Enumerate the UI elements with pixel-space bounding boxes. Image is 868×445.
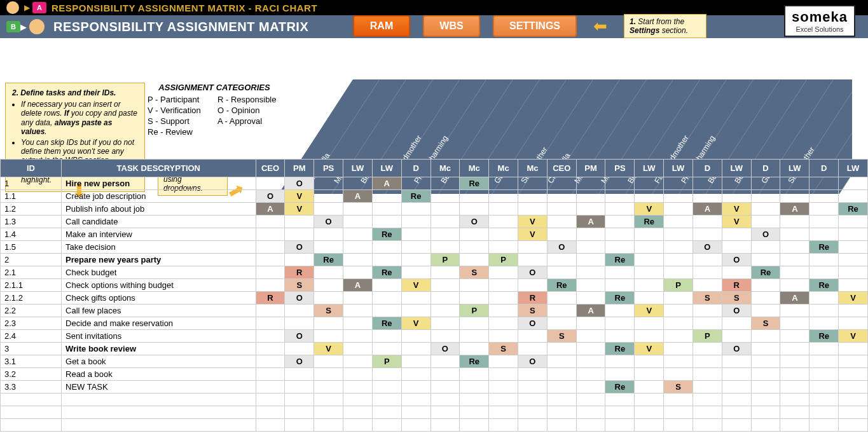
assignment-cell[interactable] <box>547 317 576 330</box>
assignment-cell[interactable] <box>664 266 693 279</box>
assignment-cell[interactable]: O <box>722 254 751 266</box>
assignment-cell[interactable] <box>343 266 373 279</box>
assignment-cell[interactable] <box>809 228 839 241</box>
assignment-cell[interactable] <box>751 216 780 228</box>
assignment-cell[interactable] <box>256 228 285 241</box>
assignment-cell[interactable] <box>401 406 431 419</box>
assignment-cell[interactable] <box>518 254 548 266</box>
assignment-cell[interactable] <box>256 279 285 292</box>
assignment-cell[interactable]: V <box>722 216 751 228</box>
assignment-cell[interactable]: V <box>285 190 314 203</box>
assignment-cell[interactable] <box>431 228 460 241</box>
assignment-cell[interactable] <box>314 190 343 203</box>
assignment-cell[interactable] <box>605 216 635 228</box>
assignment-cell[interactable] <box>314 241 343 254</box>
assignment-cell[interactable] <box>635 177 664 190</box>
assignment-cell[interactable] <box>518 406 548 419</box>
assignment-cell[interactable] <box>780 394 809 406</box>
assignment-cell[interactable] <box>401 241 431 254</box>
assignment-cell[interactable]: A <box>780 292 809 305</box>
assignment-cell[interactable] <box>722 266 751 279</box>
assignment-cell[interactable] <box>401 292 431 305</box>
assignment-cell[interactable] <box>372 305 401 317</box>
id-cell[interactable]: 2.4 <box>1 330 62 343</box>
task-cell[interactable]: Hire new person <box>62 177 256 190</box>
assignment-cell[interactable] <box>489 279 518 292</box>
assignment-cell[interactable]: S <box>722 292 751 305</box>
assignment-cell[interactable] <box>314 317 343 330</box>
assignment-cell[interactable] <box>489 317 518 330</box>
assignment-cell[interactable] <box>722 381 751 394</box>
assignment-cell[interactable] <box>751 292 780 305</box>
assignment-cell[interactable] <box>431 279 460 292</box>
assignment-cell[interactable]: Re <box>839 203 868 216</box>
id-cell[interactable]: 1.2 <box>1 203 62 216</box>
assignment-cell[interactable] <box>431 305 460 317</box>
assignment-cell[interactable] <box>722 394 751 406</box>
assignment-cell[interactable] <box>343 317 373 330</box>
assignment-cell[interactable] <box>751 343 780 355</box>
assignment-cell[interactable]: O <box>285 177 314 190</box>
assignment-cell[interactable] <box>635 254 664 266</box>
assignment-cell[interactable] <box>780 355 809 368</box>
assignment-cell[interactable] <box>401 216 431 228</box>
task-cell[interactable]: Check gifts options <box>62 292 256 305</box>
assignment-cell[interactable] <box>314 279 343 292</box>
assignment-cell[interactable] <box>751 241 780 254</box>
assignment-cell[interactable] <box>809 381 839 394</box>
assignment-cell[interactable] <box>839 216 868 228</box>
assignment-cell[interactable] <box>285 381 314 394</box>
id-cell[interactable] <box>1 394 62 406</box>
id-cell[interactable]: 2.1 <box>1 266 62 279</box>
assignment-cell[interactable] <box>664 419 693 432</box>
assignment-cell[interactable] <box>692 266 722 279</box>
assignment-cell[interactable] <box>547 190 576 203</box>
assignment-cell[interactable] <box>372 203 401 216</box>
id-cell[interactable]: 2.1.1 <box>1 279 62 292</box>
assignment-cell[interactable] <box>780 317 809 330</box>
assignment-cell[interactable] <box>547 216 576 228</box>
assignment-cell[interactable] <box>809 317 839 330</box>
assignment-cell[interactable]: V <box>518 228 548 241</box>
assignment-cell[interactable] <box>664 228 693 241</box>
assignment-cell[interactable] <box>314 368 343 381</box>
assignment-cell[interactable]: V <box>518 216 548 228</box>
assignment-cell[interactable] <box>460 394 489 406</box>
wbs-button[interactable]: WBS <box>423 15 480 37</box>
assignment-cell[interactable]: Re <box>809 241 839 254</box>
assignment-cell[interactable] <box>256 368 285 381</box>
assignment-cell[interactable] <box>605 394 635 406</box>
assignment-cell[interactable] <box>692 394 722 406</box>
assignment-cell[interactable] <box>664 368 693 381</box>
assignment-cell[interactable] <box>751 419 780 432</box>
assignment-cell[interactable] <box>664 317 693 330</box>
assignment-cell[interactable] <box>431 241 460 254</box>
assignment-cell[interactable] <box>722 190 751 203</box>
assignment-cell[interactable] <box>314 203 343 216</box>
id-cell[interactable]: 2 <box>1 254 62 266</box>
assignment-cell[interactable] <box>372 368 401 381</box>
assignment-cell[interactable]: V <box>401 279 431 292</box>
assignment-cell[interactable] <box>431 419 460 432</box>
assignment-cell[interactable] <box>547 203 576 216</box>
assignment-cell[interactable] <box>576 190 605 203</box>
assignment-cell[interactable] <box>372 190 401 203</box>
assignment-cell[interactable]: P <box>664 279 693 292</box>
assignment-cell[interactable] <box>839 406 868 419</box>
assignment-cell[interactable]: P <box>692 330 722 343</box>
assignment-cell[interactable]: Re <box>460 355 489 368</box>
assignment-cell[interactable] <box>780 241 809 254</box>
assignment-cell[interactable]: O <box>722 305 751 317</box>
assignment-cell[interactable] <box>343 203 373 216</box>
id-cell[interactable]: 1.1 <box>1 190 62 203</box>
assignment-cell[interactable] <box>635 368 664 381</box>
assignment-cell[interactable] <box>780 330 809 343</box>
assignment-cell[interactable] <box>285 368 314 381</box>
assignment-cell[interactable] <box>489 203 518 216</box>
assignment-cell[interactable] <box>401 419 431 432</box>
assignment-cell[interactable] <box>372 241 401 254</box>
assignment-cell[interactable] <box>343 381 373 394</box>
assignment-cell[interactable] <box>722 317 751 330</box>
assignment-cell[interactable] <box>576 368 605 381</box>
assignment-cell[interactable] <box>839 305 868 317</box>
